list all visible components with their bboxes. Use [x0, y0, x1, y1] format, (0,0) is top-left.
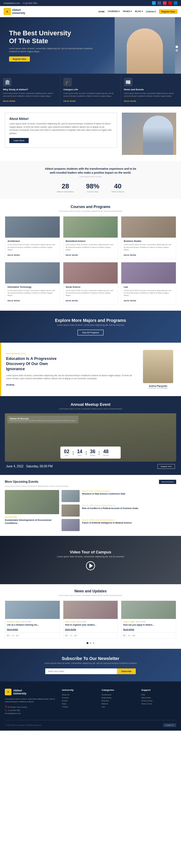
course-desc-1: Lorem ipsum dolor sit amet, consectetur … [66, 243, 115, 251]
event-list-title-2: Future of Artificial Intelligence in Med… [82, 521, 132, 524]
course-card-0: Architecture Lorem ipsum dolor sit amet,… [5, 216, 60, 259]
newsletter-section: Subscribe To Our Newsletter Lorem ipsum … [0, 649, 181, 681]
feature-read-more-1[interactable]: READ MORE [63, 100, 76, 102]
event-list-title-0: Research in Data Science Conference 2022 [82, 492, 125, 495]
news-read-more-1[interactable]: READ MORE [65, 628, 76, 630]
news-icons-2: 💬 0 ❤ 0 🔗 0 [123, 634, 136, 637]
course-read-5[interactable]: READ MORE [124, 300, 136, 302]
course-read-3[interactable]: READ MORE [7, 300, 20, 302]
page-dot-3[interactable] [93, 642, 95, 644]
event-register-button[interactable]: Register Now [157, 464, 175, 469]
news-title-2: How can you apply to Abituri... [123, 623, 174, 626]
language-selector-button[interactable]: English ▼ [163, 723, 176, 727]
event-main: Stories Of Success Lorem ipsum dolor sit… [5, 413, 176, 469]
count-hours: 14 Hours [77, 449, 82, 456]
main-event-image [5, 490, 59, 514]
facebook-icon[interactable] [157, 1, 161, 5]
news-card-2: Courses Apply June 15, 2022 How can you … [121, 600, 176, 639]
news-card-1: Online Study June 11, 2022 How to organi… [63, 600, 118, 639]
stat-num-0: 28 [57, 182, 74, 190]
event-date-row: June 4, 2022 Saturday, 06:00 PM Register… [5, 464, 176, 469]
video-section: Video Tour of Campus Lorem ipsum dolor s… [0, 536, 181, 584]
page-dot-2[interactable] [89, 642, 92, 644]
graduate-figure [143, 116, 173, 155]
news-sub: Lorem ipsum dolor sit amet, consectetur … [5, 594, 176, 596]
nav-links: HOME COURSES ▾ PAGES ▾ BLOG ▾ CONTACT Re… [98, 9, 177, 14]
count-days: 02 Days [64, 449, 69, 456]
courses-sub: Lorem ipsum dolor sit amet, consectetur … [5, 210, 176, 212]
event-list-image-1 [62, 504, 80, 517]
nav-blog[interactable]: BLOG ▾ [135, 10, 143, 13]
course-card-1: Biomedical Science Lorem ipsum dolor sit… [63, 216, 118, 259]
news-icons-1: 💬 0 ❤ 0 🔗 0 [65, 634, 77, 637]
like-icon: ❤ 0 [70, 634, 72, 637]
about-learn-more-button[interactable]: Learn More [9, 138, 29, 143]
view-all-programs-button[interactable]: View All Programs [77, 330, 104, 335]
news-read-more-0[interactable]: READ MORE [7, 628, 18, 630]
features-section: 🏛️ Why Study at Abituri? Lorem ipsum dol… [0, 74, 181, 106]
linkedin-icon[interactable] [174, 1, 177, 5]
newsletter-subscribe-button[interactable]: Subscribe [117, 669, 136, 674]
event-list-item-1: June 11, 2022 | Online | Political Scien… [62, 504, 176, 517]
count-seconds: 48 Seconds [103, 449, 109, 456]
play-icon [89, 563, 93, 568]
about-image [122, 113, 176, 155]
more-events-sub: Lorem ipsum dolor sit amet, consectetur … [5, 485, 176, 487]
news-image-1 [63, 601, 118, 619]
event-list-date-2: June 15, 2022 | Online | Medical Science [82, 519, 132, 521]
event-list-image-2 [62, 519, 80, 531]
nav-courses[interactable]: COURSES ▾ [108, 10, 120, 13]
events-row: June 03, 2022 Sustainable Development of… [5, 490, 176, 531]
course-desc-4: Lorem ipsum dolor sit amet, consectetur … [66, 289, 115, 297]
course-name-5: Law [124, 286, 174, 288]
register-now-button[interactable]: Register Now [159, 9, 177, 14]
quote-content: SEPTEMBER 2021 Education Is A Progressiv… [6, 353, 135, 386]
quote-category: SEPTEMBER 2021 [6, 353, 135, 354]
twitter-icon[interactable] [152, 1, 156, 5]
stat-num-1: 98% [86, 182, 99, 190]
newsletter-email-input[interactable] [45, 669, 117, 674]
youtube-icon[interactable] [168, 1, 172, 5]
newsletter-title: Subscribe To Our Newsletter [5, 656, 176, 661]
footer: A AbituriUniversity Lorem ipsum dolor si… [0, 681, 181, 731]
top-bar-socials [152, 1, 177, 5]
course-name-2: Business Studies [124, 240, 174, 242]
course-read-4[interactable]: READ MORE [66, 300, 78, 302]
courses-section: Courses and Programs Lorem ipsum dolor s… [0, 199, 181, 310]
feature-card-0: 🏛️ Why Study at Abituri? Lorem ipsum dol… [0, 74, 60, 106]
event-stories-box: Stories Of Success Lorem ipsum dolor sit… [7, 416, 78, 423]
event-list-date-1: June 11, 2022 | Online | Political Scien… [82, 504, 138, 506]
instagram-icon[interactable] [163, 1, 167, 5]
count-minutes: 36 Minutes [90, 449, 95, 456]
navbar: A AbituriUniversity HOME COURSES ▾ PAGES… [0, 6, 181, 17]
newsletter-sub: Lorem ipsum dolor sit amet, consectetur … [5, 662, 176, 664]
quote-author-sig: Andrea [6, 383, 135, 386]
video-play-button[interactable] [86, 561, 95, 570]
stat-label-1: Success Rate [86, 191, 99, 193]
logo-text: AbituriUniversity [12, 8, 25, 14]
hero-dot-2[interactable] [176, 49, 178, 52]
nav-home[interactable]: HOME [98, 10, 105, 13]
event-list-item-2: June 15, 2022 | Online | Medical Science… [62, 519, 176, 531]
feature-read-more-0[interactable]: READ MORE [3, 100, 15, 102]
feature-read-more-2[interactable]: READ MORE [124, 100, 136, 102]
hero-register-button[interactable]: Register Now [9, 57, 30, 62]
page-dot-1[interactable] [86, 642, 88, 644]
footer-logo-text: AbituriUniversity [13, 689, 27, 695]
nav-pages[interactable]: PAGES ▾ [123, 10, 132, 13]
course-read-1[interactable]: READ MORE [66, 254, 78, 256]
comment-icon: 💬 0 [7, 634, 10, 637]
video-overlay: Video Tour of Campus Lorem ipsum dolor s… [0, 536, 181, 584]
footer-brand: A AbituriUniversity Lorem ipsum dolor si… [5, 689, 57, 715]
course-read-0[interactable]: READ MORE [7, 254, 20, 256]
view-all-events-button[interactable]: View All Events [159, 480, 176, 484]
hero-desc: Lorem ipsum dolor sit amet, consectetur … [9, 47, 94, 53]
news-image-0 [5, 601, 60, 619]
hero-dot-1[interactable] [176, 45, 178, 48]
news-read-more-2[interactable]: READ MORE [123, 628, 134, 630]
video-title: Video Tour of Campus [70, 550, 111, 554]
course-read-2[interactable]: READ MORE [124, 254, 136, 256]
event-countdown: 02 Days : 14 Hours : 36 Minutes : 48 Sec… [60, 446, 121, 459]
feature-title-2: News and Events [124, 88, 178, 91]
nav-contact[interactable]: CONTACT [146, 10, 156, 13]
